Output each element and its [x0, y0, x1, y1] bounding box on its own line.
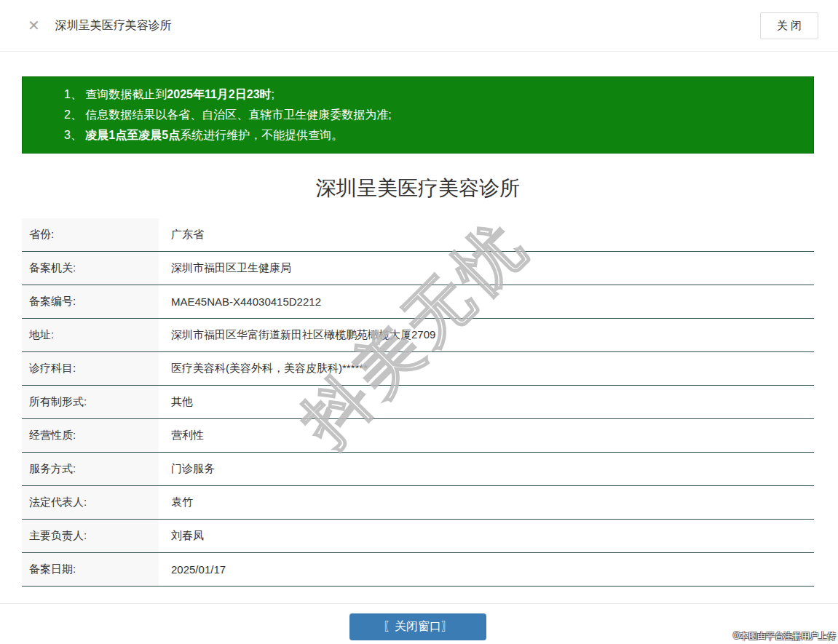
- footer: 〖关闭窗口〗: [22, 604, 814, 640]
- table-row: 地址: 深圳市福田区华富街道新田社区橄榄鹏苑橄榄大厦2709: [22, 319, 814, 352]
- row-label: 诊疗科目:: [22, 352, 159, 385]
- row-label: 服务方式:: [22, 453, 159, 485]
- table-row: 主要负责人: 刘春凤: [22, 520, 814, 553]
- close-button[interactable]: 关 闭: [760, 12, 818, 39]
- table-row: 法定代表人: 袁竹: [22, 486, 814, 520]
- content-area: 1、 查询数据截止到2025年11月2日23时; 2、 信息数据结果以各省、自治…: [0, 52, 838, 640]
- header: ✕ 深圳呈美医疗美容诊所 关 闭: [0, 0, 838, 52]
- row-value: 门诊服务: [159, 453, 814, 485]
- window-title: 深圳呈美医疗美容诊所: [55, 18, 172, 33]
- row-value: MAE45NAB-X44030415D2212: [159, 285, 814, 318]
- row-label: 法定代表人:: [22, 486, 159, 519]
- table-row: 经营性质: 营利性: [22, 419, 814, 453]
- table-row: 备案编号: MAE45NAB-X44030415D2212: [22, 285, 814, 319]
- table-row: 所有制形式: 其他: [22, 386, 814, 419]
- table-row: 省份: 广东省: [22, 218, 814, 252]
- table-row: 备案机关: 深圳市福田区卫生健康局: [22, 252, 814, 285]
- info-table: 省份: 广东省 备案机关: 深圳市福田区卫生健康局 备案编号: MAE45NAB…: [22, 218, 814, 587]
- row-value: 2025/01/17: [159, 553, 814, 586]
- table-row: 服务方式: 门诊服务: [22, 453, 814, 486]
- row-label: 备案编号:: [22, 285, 159, 318]
- page-title: 深圳呈美医疗美容诊所: [22, 173, 814, 204]
- row-label: 备案日期:: [22, 553, 159, 586]
- row-label: 所有制形式:: [22, 386, 159, 418]
- row-label: 地址:: [22, 319, 159, 351]
- row-value: 医疗美容科(美容外科，美容皮肤科)******: [159, 352, 814, 385]
- row-value: 其他: [159, 386, 814, 418]
- row-value: 深圳市福田区卫生健康局: [159, 252, 814, 285]
- notice-line-2: 2、 信息数据结果以各省、自治区、直辖市卫生健康委数据为准;: [64, 105, 806, 125]
- notice-box: 1、 查询数据截止到2025年11月2日23时; 2、 信息数据结果以各省、自治…: [22, 76, 814, 154]
- row-label: 备案机关:: [22, 252, 159, 285]
- row-value: 刘春凤: [159, 520, 814, 552]
- row-value: 广东省: [159, 218, 814, 251]
- row-value: 深圳市福田区华富街道新田社区橄榄鹏苑橄榄大厦2709: [159, 319, 814, 351]
- row-value: 营利性: [159, 419, 814, 452]
- table-row: 诊疗科目: 医疗美容科(美容外科，美容皮肤科)******: [22, 352, 814, 386]
- close-x-icon[interactable]: ✕: [28, 18, 40, 33]
- close-window-button[interactable]: 〖关闭窗口〗: [349, 613, 486, 640]
- table-row: 备案日期: 2025/01/17: [22, 553, 814, 587]
- row-label: 主要负责人:: [22, 520, 159, 552]
- notice-line-1: 1、 查询数据截止到2025年11月2日23时;: [64, 84, 806, 105]
- notice-line-3: 3、 凌晨1点至凌晨5点系统进行维护，不能提供查询。: [64, 125, 806, 146]
- row-label: 省份:: [22, 218, 159, 251]
- row-value: 袁竹: [159, 486, 814, 519]
- row-label: 经营性质:: [22, 419, 159, 452]
